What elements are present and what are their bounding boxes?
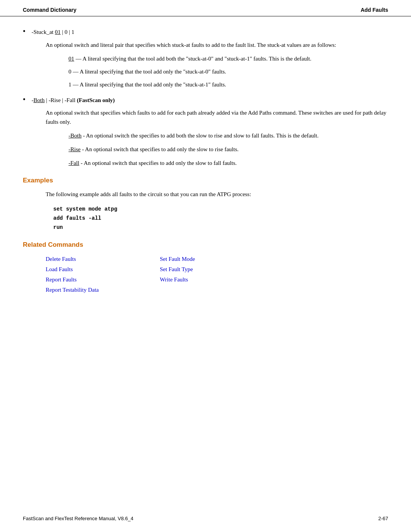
header-left: Command Dictionary: [23, 7, 76, 13]
stuck-at-description: An optional switch and literal pair that…: [46, 40, 388, 50]
write-faults-link[interactable]: Write Faults: [160, 276, 188, 283]
report-testability-link[interactable]: Report Testability Data: [46, 287, 99, 293]
footer-left: FastScan and FlexTest Reference Manual, …: [23, 516, 134, 521]
stuck-at-01-item: 01 — A literal specifying that the tool …: [68, 54, 388, 63]
code-block: set system mode atpg add faults -all run: [53, 205, 388, 232]
stuck-at-label: -Stuck_at 01 | 0 | 1: [32, 28, 74, 37]
delete-faults-link[interactable]: Delete Faults: [46, 256, 76, 262]
both-rise-fall-bullet: • -Both | -Rise | -Fall (FastScan only): [23, 96, 388, 105]
both-underline: -Both: [68, 133, 81, 139]
related-commands-grid: Delete Faults Load Faults Report Faults …: [46, 254, 388, 295]
fall-underline: -Fall: [68, 160, 79, 166]
page-footer: FastScan and FlexTest Reference Manual, …: [23, 516, 388, 521]
rise-underline: -Rise: [68, 146, 81, 152]
header-right: Add Faults: [361, 7, 388, 13]
right-links-column: Set Fault Mode Set Fault Type Write Faul…: [160, 254, 266, 295]
set-fault-type-link[interactable]: Set Fault Type: [160, 266, 193, 272]
both-rise-fall-label: -Both | -Rise | -Fall (FastScan only): [32, 96, 115, 105]
both-description: An optional switch that specifies which …: [46, 108, 388, 126]
stuck-at-bullet: • -Stuck_at 01 | 0 | 1: [23, 28, 388, 37]
stuck-at-1-item: 1 — A literal specifying that the tool a…: [68, 80, 388, 89]
rise-item: -Rise - An optional switch that specifie…: [68, 145, 388, 154]
fastscan-only-label: (FastScan only): [77, 97, 115, 103]
footer-right: 2-67: [378, 516, 388, 521]
both-underline-label: Both: [33, 97, 45, 103]
01-underline: 01: [68, 56, 74, 62]
page-header: Command Dictionary Add Faults: [0, 0, 411, 16]
stuck-at-underline: 01: [55, 29, 61, 35]
stuck-at-section: • -Stuck_at 01 | 0 | 1 An optional switc…: [23, 28, 388, 89]
main-content: • -Stuck_at 01 | 0 | 1 An optional switc…: [0, 28, 411, 318]
page-container: Command Dictionary Add Faults • -Stuck_a…: [0, 0, 411, 532]
bullet-dot-1: •: [23, 27, 25, 36]
both-rise-fall-section: • -Both | -Rise | -Fall (FastScan only) …: [23, 96, 388, 168]
examples-heading: Examples: [23, 177, 388, 184]
set-fault-mode-link[interactable]: Set Fault Mode: [160, 256, 195, 262]
both-item: -Both - An optional switch the specifies…: [68, 131, 388, 140]
left-links-column: Delete Faults Load Faults Report Faults …: [46, 254, 152, 295]
related-commands-heading: Related Commands: [23, 241, 388, 249]
report-faults-link[interactable]: Report Faults: [46, 276, 76, 283]
examples-description: The following example adds all faults to…: [46, 190, 388, 199]
bullet-dot-2: •: [23, 95, 25, 104]
stuck-at-0-item: 0 — A literal specifying that the tool a…: [68, 67, 388, 76]
fall-item: -Fall - An optional switch that specifie…: [68, 158, 388, 168]
load-faults-link[interactable]: Load Faults: [46, 266, 73, 272]
